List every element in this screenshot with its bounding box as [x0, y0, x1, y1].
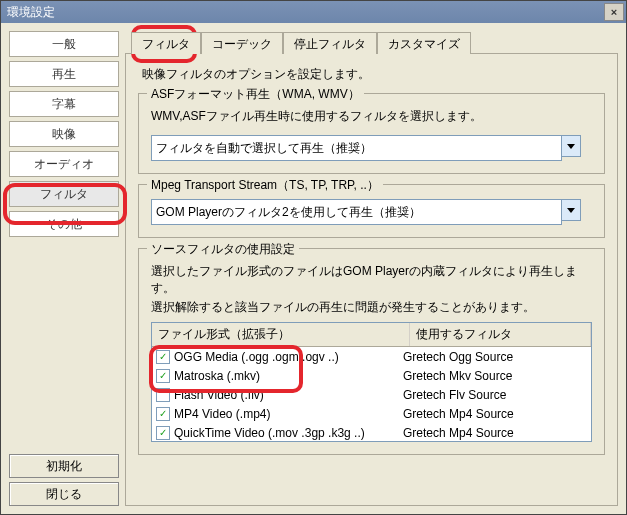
asf-filter-value: フィルタを自動で選択して再生（推奨） [151, 135, 562, 161]
header-format: ファイル形式（拡張子） [152, 323, 410, 346]
list-item[interactable]: ✓Matroska (.mkv) Gretech Mkv Source [152, 366, 591, 385]
sidebar-item-filter[interactable]: フィルタ [9, 181, 119, 207]
checkbox[interactable]: ✓ [156, 369, 170, 383]
close-icon[interactable]: × [604, 3, 624, 21]
intro-text: 映像フィルタのオプションを設定します。 [142, 66, 605, 83]
group-asf-desc: WMV,ASFファイル再生時に使用するフィルタを選択します。 [151, 108, 592, 125]
reset-button[interactable]: 初期化 [9, 454, 119, 478]
tab-customize[interactable]: カスタマイズ [377, 32, 471, 54]
sidebar-item-playback[interactable]: 再生 [9, 61, 119, 87]
list-item[interactable]: Flash Video (.flv) Gretech Flv Source [152, 385, 591, 404]
source-filter-list[interactable]: ファイル形式（拡張子） 使用するフィルタ ✓OGG Media (.ogg .o… [151, 322, 592, 442]
group-asf: ASFフォーマット再生（WMA, WMV） WMV,ASFファイル再生時に使用す… [138, 93, 605, 174]
chevron-down-icon[interactable] [562, 135, 581, 157]
checkbox[interactable]: ✓ [156, 350, 170, 364]
group-asf-title: ASFフォーマット再生（WMA, WMV） [147, 86, 364, 103]
checkbox[interactable] [156, 388, 170, 402]
tab-bar: フィルタ コーデック 停止フィルタ カスタマイズ [131, 31, 618, 53]
list-header: ファイル形式（拡張子） 使用するフィルタ [152, 323, 591, 347]
list-item[interactable]: ✓QuickTime Video (.mov .3gp .k3g ..) Gre… [152, 423, 591, 442]
sidebar: 一般 再生 字幕 映像 オーディオ フィルタ その他 初期化 閉じる [9, 31, 119, 506]
sidebar-item-audio[interactable]: オーディオ [9, 151, 119, 177]
close-button[interactable]: 閉じる [9, 482, 119, 506]
sidebar-item-subtitle[interactable]: 字幕 [9, 91, 119, 117]
mts-filter-value: GOM Playerのフィルタ2を使用して再生（推奨） [151, 199, 562, 225]
list-item[interactable]: ✓MP4 Video (.mp4) Gretech Mp4 Source [152, 404, 591, 423]
sidebar-item-general[interactable]: 一般 [9, 31, 119, 57]
group-source-filter: ソースフィルタの使用設定 選択したファイル形式のファイルはGOM Playerの… [138, 248, 605, 455]
tab-panel: 映像フィルタのオプションを設定します。 ASFフォーマット再生（WMA, WMV… [125, 53, 618, 506]
asf-filter-select[interactable]: フィルタを自動で選択して再生（推奨） [151, 135, 581, 161]
source-desc-2: 選択解除すると該当ファイルの再生に問題が発生することがあります。 [151, 299, 592, 316]
group-mts: Mpeg Transport Stream（TS, TP, TRP, ..） G… [138, 184, 605, 238]
header-filter: 使用するフィルタ [410, 323, 591, 346]
tab-codec[interactable]: コーデック [201, 32, 283, 54]
sidebar-item-video[interactable]: 映像 [9, 121, 119, 147]
tab-filter[interactable]: フィルタ [131, 32, 201, 54]
main: フィルタ コーデック 停止フィルタ カスタマイズ 映像フィルタのオプションを設定… [125, 31, 618, 506]
window-title: 環境設定 [7, 4, 55, 21]
mts-filter-select[interactable]: GOM Playerのフィルタ2を使用して再生（推奨） [151, 199, 581, 225]
list-item[interactable]: ✓OGG Media (.ogg .ogm .ogv ..) Gretech O… [152, 347, 591, 366]
checkbox[interactable]: ✓ [156, 426, 170, 440]
source-desc-1: 選択したファイル形式のファイルはGOM Playerの内蔵フィルタにより再生しま… [151, 263, 592, 297]
titlebar: 環境設定 × [1, 1, 626, 23]
tab-stop-filter[interactable]: 停止フィルタ [283, 32, 377, 54]
group-mts-title: Mpeg Transport Stream（TS, TP, TRP, ..） [147, 177, 383, 194]
preferences-window: 環境設定 × 一般 再生 字幕 映像 オーディオ フィルタ その他 初期化 閉じ… [0, 0, 627, 515]
chevron-down-icon[interactable] [562, 199, 581, 221]
checkbox[interactable]: ✓ [156, 407, 170, 421]
group-source-title: ソースフィルタの使用設定 [147, 241, 299, 258]
sidebar-item-other[interactable]: その他 [9, 211, 119, 237]
